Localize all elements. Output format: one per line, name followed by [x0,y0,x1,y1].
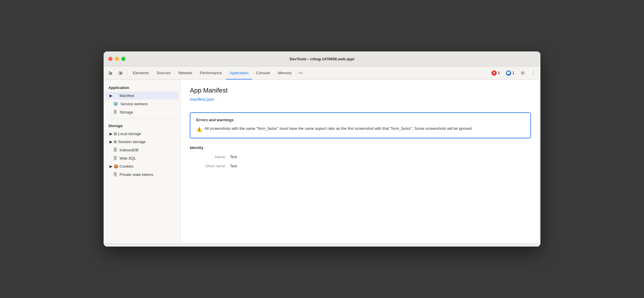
device-toolbar-icon[interactable] [116,68,125,78]
sidebar-item-private-state-tokens[interactable]: 🗄 Private state tokens [105,170,179,179]
window-controls [108,57,125,61]
sidebar-divider-1 [108,119,175,119]
private-state-tokens-icon: 🗄 [113,172,117,177]
tab-performance[interactable]: Performance [197,67,225,80]
window-title: DevTools - crbug-1476656.web.app/ [290,57,354,61]
sidebar-item-indexeddb[interactable]: 🗄 IndexedDB [105,146,179,154]
tab-console[interactable]: Console [253,67,274,80]
cookies-icon: 🍪 [114,164,118,169]
short-name-label: Short name [190,164,225,168]
error-item: ⚠️ All screenshots with the same "form_f… [196,126,524,133]
name-label: Name [190,155,225,159]
short-name-value: Test [230,164,237,168]
local-storage-label: Local storage [118,132,141,136]
more-options-icon[interactable]: ⋮ [529,68,538,78]
error-badge-button[interactable]: ✕ 1 [489,69,502,77]
local-storage-icon: ⊞ [114,132,117,136]
tab-network[interactable]: Network [175,67,196,80]
info-badge-button[interactable]: 💬 1 [504,69,517,77]
tab-sources[interactable]: Sources [153,67,174,80]
errors-warnings-box: Errors and warnings ⚠️ All screenshots w… [190,112,531,138]
page-title: App Manifest [190,87,531,94]
error-message: All screenshots with the same "form_fact… [205,126,473,132]
identity-title: Identity [190,145,531,150]
identity-name-row: Name Test [190,155,531,159]
settings-icon[interactable] [518,68,527,78]
svg-point-2 [522,72,524,74]
identity-section: Identity Name Test Short name Test [190,145,531,168]
devtools-window: DevTools - crbug-1476656.web.app/ Elemen… [104,51,540,247]
sidebar-item-service-workers[interactable]: ⚙️ Service workers [105,100,179,108]
web-sql-label: Web SQL [120,156,136,161]
sidebar-item-web-sql[interactable]: 🗄 Web SQL [105,154,179,162]
indexeddb-label: IndexedDB [120,148,138,152]
minimize-button[interactable] [115,57,119,61]
error-icon: ✕ [491,70,497,76]
private-state-tokens-label: Private state tokens [120,172,153,177]
service-workers-icon: ⚙️ [113,101,118,106]
sidebar-item-cookies[interactable]: ▶ 🍪 Cookies [105,162,179,170]
titlebar: DevTools - crbug-1476656.web.app/ [104,51,540,67]
sidebar-item-storage[interactable]: 🗄 Storage [105,108,179,116]
main-content: Application ▶ 📄 Manifest ⚙️ Service work… [104,80,540,244]
svg-rect-1 [120,72,122,74]
session-storage-icon: ⊞ [114,140,117,144]
cookies-label: Cookies [120,164,133,169]
more-tabs-icon[interactable]: >> [296,68,305,78]
manifest-link[interactable]: manifest.json [190,97,214,102]
sidebar-item-session-storage[interactable]: ▶ ⊞ Session storage [105,138,179,146]
storage-label: Storage [120,110,133,114]
error-count: 1 [498,71,500,75]
toolbar: Elements Sources Network Performance App… [104,67,540,80]
info-icon: 💬 [506,70,511,76]
manifest-icon: 📄 [114,93,118,98]
tab-elements[interactable]: Elements [129,67,152,80]
sidebar-item-local-storage[interactable]: ▶ ⊞ Local storage [105,130,179,138]
tab-application[interactable]: Application [226,67,252,80]
expand-arrow-icon: ▶ [109,93,112,98]
toolbar-right: ✕ 1 💬 1 ⋮ [489,68,538,78]
info-count: 1 [512,71,514,75]
session-storage-label: Session storage [118,140,146,144]
service-workers-label: Service workers [120,102,148,106]
web-sql-icon: 🗄 [113,156,117,161]
content-panel: App Manifest manifest.json Errors and wa… [180,80,540,244]
tab-memory[interactable]: Memory [274,67,295,80]
storage-section-label: Storage [104,121,180,130]
expand-arrow-icon-ss: ▶ [109,140,112,144]
sidebar-item-manifest[interactable]: ▶ 📄 Manifest [105,92,179,100]
application-section-label: Application [104,83,180,92]
errors-title: Errors and warnings [196,118,524,122]
expand-arrow-icon-ls: ▶ [109,132,112,136]
sidebar: Application ▶ 📄 Manifest ⚙️ Service work… [104,80,180,244]
select-element-icon[interactable] [106,68,115,78]
manifest-label: Manifest [120,93,134,98]
indexeddb-icon: 🗄 [113,148,117,152]
warning-triangle-icon: ⚠️ [196,126,202,133]
bottom-scrollbar [104,244,540,247]
toolbar-divider [127,70,128,76]
storage-icon: 🗄 [113,110,117,114]
identity-short-name-row: Short name Test [190,164,531,168]
maximize-button[interactable] [121,57,125,61]
expand-arrow-icon-c: ▶ [109,164,112,169]
name-value: Test [230,155,237,159]
close-button[interactable] [108,57,112,61]
